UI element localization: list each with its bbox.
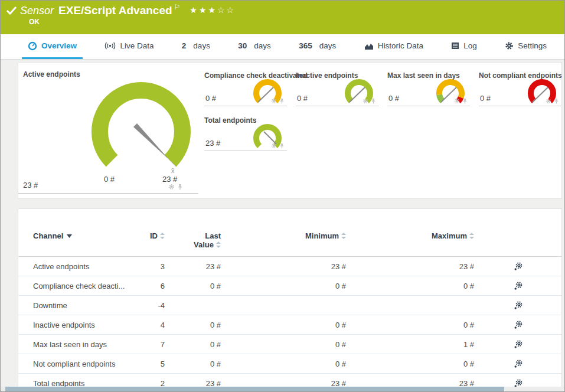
gauge-current-value: 0 #: [388, 94, 399, 103]
channel-settings-icon[interactable]: [514, 282, 522, 290]
tab-historic-data[interactable]: Historic Data: [358, 34, 429, 59]
minimum-value: 23 #: [221, 262, 346, 271]
channel-settings-icon[interactable]: [514, 321, 522, 329]
gear-icon[interactable]: [168, 184, 175, 190]
pin-icon[interactable]: [279, 98, 285, 104]
column-label: ID: [150, 231, 158, 240]
last-value: 0 #: [165, 321, 221, 329]
tile-corner-icons: [168, 184, 183, 190]
gauge-tile-total-endpoints[interactable]: Total endpoints 23 #: [204, 112, 287, 151]
gauge-scale-max: 23 #: [162, 175, 177, 184]
minimum-value: 0 #: [221, 340, 346, 349]
table-row[interactable]: Compliance check deacti... 6 0 # 0 # 0 #: [18, 276, 561, 296]
tab-settings[interactable]: Settings: [499, 34, 553, 59]
tile-corner-icons: [454, 98, 468, 104]
column-label: Value: [194, 240, 214, 249]
tab-bar: Overview Live Data 2 days 30 days 365 da…: [1, 34, 564, 60]
channel-settings-icon[interactable]: [514, 301, 522, 310]
pin-icon[interactable]: [279, 143, 285, 149]
gear-icon[interactable]: [454, 98, 460, 104]
gauge-tile-inactive-endpoints[interactable]: Inactive endpoints 0 #: [296, 67, 378, 106]
channel-name[interactable]: Not compliant endpoints: [33, 360, 148, 368]
channel-settings-icon[interactable]: [514, 360, 522, 368]
pin-icon[interactable]: [554, 98, 559, 104]
channel-name[interactable]: Inactive endpoints: [33, 321, 148, 329]
column-label: Maximum: [432, 231, 467, 240]
pin-icon[interactable]: [462, 98, 468, 104]
table-header-row: Channel ID Last Value Minimum Maximum: [18, 209, 561, 257]
sort-icon: [216, 241, 221, 248]
column-header-last-value[interactable]: Last Value: [165, 231, 221, 249]
column-header-channel[interactable]: Channel: [33, 231, 148, 249]
status-badge: OK: [29, 18, 40, 26]
channel-id: 5: [148, 360, 165, 368]
sort-icon: [469, 233, 474, 239]
maximum-value: 0 #: [346, 321, 474, 329]
last-value: 0 #: [165, 360, 221, 368]
average-marker: x̄: [171, 167, 175, 174]
gear-icon[interactable]: [271, 98, 277, 104]
log-icon: [451, 42, 459, 50]
tab-label: Live Data: [120, 41, 154, 50]
pin-icon[interactable]: [177, 184, 183, 190]
column-header-id[interactable]: ID: [148, 231, 165, 249]
tab-365-days[interactable]: 365 days: [293, 34, 342, 59]
tab-30-days[interactable]: 30 days: [232, 34, 277, 59]
sort-active-icon: [67, 234, 72, 238]
tab-label: days: [193, 41, 210, 50]
last-value: 0 #: [165, 282, 221, 290]
channel-name[interactable]: Active endpoints: [33, 262, 148, 271]
tab-log[interactable]: Log: [445, 34, 483, 59]
channel-settings-icon[interactable]: [514, 340, 522, 349]
table-row[interactable]: Inactive endpoints 4 0 # 0 # 0 #: [18, 315, 561, 335]
channel-id: 7: [148, 340, 165, 349]
tab-live-data[interactable]: Live Data: [99, 34, 159, 59]
gauge-tile-max-last-seen[interactable]: Max last seen in days 0 #: [387, 67, 470, 106]
column-header-maximum[interactable]: Maximum: [346, 231, 474, 249]
channel-id: 3: [148, 262, 165, 271]
gauge-current-value: 0 #: [480, 94, 491, 103]
maximum-value: 0 #: [346, 282, 474, 290]
table-row[interactable]: Active endpoints 3 23 # 23 # 23 #: [18, 257, 561, 276]
column-header-minimum[interactable]: Minimum: [221, 231, 346, 249]
prtg-sensor-window: SensorEXE/Script Advanced⚐★★★☆☆ OK Overv…: [0, 0, 565, 392]
pin-icon[interactable]: [371, 98, 376, 104]
tile-corner-icons: [271, 143, 285, 149]
channel-name[interactable]: Max last seen in days: [33, 340, 148, 349]
scrollbar-thumb[interactable]: [5, 387, 504, 391]
column-label: Last: [205, 231, 221, 240]
channel-name[interactable]: Downtime: [33, 301, 148, 310]
channel-settings-icon[interactable]: [514, 262, 522, 271]
flag-icon[interactable]: ⚐: [174, 3, 181, 11]
tab-label: days: [254, 41, 271, 50]
table-row[interactable]: Not compliant endpoints 5 0 # 0 # 0 #: [18, 354, 561, 374]
gear-icon[interactable]: [546, 98, 551, 104]
area-chart-icon: [364, 42, 374, 50]
maximum-value: 0 #: [346, 360, 474, 368]
gauge-tile-active-endpoints[interactable]: Active endpoints x̄ 0 # 23 # 23 #: [18, 63, 198, 194]
priority-stars[interactable]: ★★★☆☆: [190, 5, 236, 15]
broadcast-icon: [104, 42, 116, 50]
gear-icon[interactable]: [362, 98, 368, 104]
channel-id: -4: [148, 301, 165, 310]
table-row[interactable]: Downtime -4: [18, 296, 561, 315]
gear-icon[interactable]: [271, 143, 277, 149]
table-row[interactable]: Max last seen in days 7 0 # 0 # 1 #: [18, 335, 561, 354]
gauge-scale-min: 0 #: [104, 175, 115, 184]
channel-name[interactable]: Compliance check deacti...: [33, 282, 148, 290]
gauge-current-value: 0 #: [205, 94, 216, 103]
tab-number: 2: [182, 41, 187, 50]
tab-2-days[interactable]: 2 days: [176, 34, 216, 59]
minimum-value: 0 #: [221, 282, 346, 290]
gear-icon: [505, 41, 514, 50]
column-label: Minimum: [305, 231, 339, 240]
minimum-value: 0 #: [221, 321, 346, 329]
gauge-tile-not-compliant[interactable]: Not compliant endpoints 0 #: [479, 67, 561, 106]
sort-icon: [160, 233, 165, 239]
tab-label: days: [319, 41, 337, 50]
horizontal-scrollbar[interactable]: [1, 387, 564, 391]
tab-overview[interactable]: Overview: [22, 34, 83, 59]
gauge-tile-compliance-check-deactivated[interactable]: Compliance check deactivated 0 #: [204, 67, 287, 106]
column-label: Channel: [33, 231, 63, 240]
last-value: 0 #: [165, 340, 221, 349]
